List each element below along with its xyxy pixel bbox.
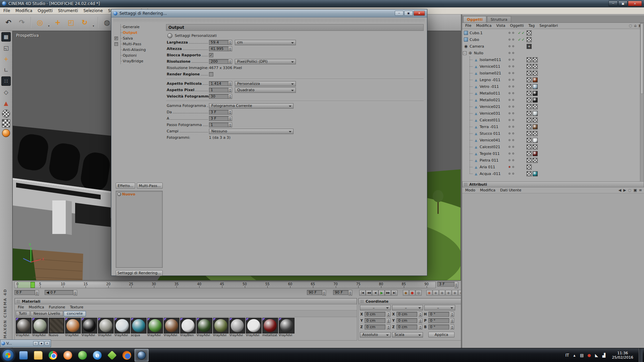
visibility-dot-editor[interactable]	[508, 72, 511, 74]
go-to-end-button[interactable]: ▶|	[391, 290, 397, 296]
coordinate-input[interactable]: 0 cm	[365, 324, 385, 329]
visibility-dot-render[interactable]	[512, 39, 514, 41]
filter-concrete[interactable]: concrete	[64, 311, 86, 316]
material-thumbnail[interactable]	[82, 318, 97, 334]
visibility-dot-render[interactable]	[512, 92, 514, 94]
checker-tag-icon[interactable]	[533, 158, 538, 163]
object-row-metallo011[interactable]: ▲Metallo011	[462, 90, 640, 97]
object-row-calcest011[interactable]: ▲Calcest011	[462, 117, 640, 123]
visibility-dot-render[interactable]	[512, 59, 514, 61]
checker-tag-icon[interactable]	[533, 64, 538, 69]
current-frame-marker[interactable]	[31, 282, 35, 288]
material-thumbnail[interactable]	[32, 318, 48, 334]
material-thumbnail[interactable]	[180, 318, 196, 334]
coordinate-header-combo-0[interactable]: –	[360, 305, 391, 310]
material-thumbnail[interactable]	[164, 318, 179, 334]
texture-mode-icon[interactable]	[2, 110, 10, 118]
mini-window[interactable]: V... ▫▪×	[0, 340, 51, 347]
visibility-dot-render[interactable]	[512, 146, 514, 148]
setting-checkbox[interactable]: ✓	[114, 37, 118, 40]
om-menu-modifica[interactable]: Modifica	[474, 23, 494, 28]
tab-oggetti[interactable]: Oggetti	[463, 16, 486, 22]
material-item-6[interactable]: VrayAdvi	[114, 318, 130, 338]
material-thumbnail[interactable]	[229, 318, 245, 334]
material-item-5[interactable]: VrayAdvi	[98, 318, 114, 338]
dialog-titlebar[interactable]: Settaggi di Rendering... ─ ▣ ×	[111, 9, 427, 17]
back-icon[interactable]: ◀	[619, 188, 621, 192]
attributes-menu-modifica[interactable]: Modifica	[478, 187, 498, 193]
checker-tag-icon[interactable]	[533, 104, 538, 109]
material-item-10[interactable]: VrayBlen	[180, 318, 196, 338]
workplane-icon[interactable]: ∟	[1, 65, 11, 75]
render-setting-item-opzioni[interactable]: Opzioni	[113, 53, 164, 58]
material-item-1[interactable]: VrayAdvi	[32, 318, 48, 338]
field-spinner[interactable]: ▴▾	[73, 290, 77, 296]
last-tool-caret[interactable]: ▾	[92, 16, 95, 29]
taskbar-app-window[interactable]	[16, 349, 31, 362]
ball-tag-icon[interactable]	[533, 124, 538, 129]
checker-tag-icon[interactable]	[533, 118, 538, 123]
attributes-menu-modo[interactable]: Modo	[463, 187, 478, 193]
visibility-dot-editor[interactable]	[508, 45, 511, 47]
material-item-0[interactable]: VrayAdvi	[16, 318, 32, 338]
value-checkbox[interactable]: ✓	[209, 53, 213, 57]
scale-tool-icon[interactable]: ◰	[65, 16, 77, 29]
viewport-layout-icon[interactable]: ▦	[1, 32, 11, 42]
visibility-dot-render[interactable]	[512, 119, 514, 121]
field-spinner[interactable]: ▴▾	[387, 312, 390, 317]
timeline-ruler[interactable]: 051015202530354045505560657075808590	[14, 282, 436, 288]
keyboard-layout-icon[interactable]: ▤	[579, 353, 585, 358]
visibility-dot-editor[interactable]	[508, 126, 511, 128]
search-icon[interactable]: ◌	[629, 23, 632, 28]
attributes-menu-dati-utente[interactable]: Dati Utente	[498, 187, 524, 193]
taskbar-app-chrome[interactable]	[46, 349, 60, 362]
maximize-button[interactable]: ▣	[618, 1, 628, 6]
selection-tool-caret[interactable]: ▾	[47, 16, 51, 29]
object-row-nullo[interactable]: −⊕Nullo	[462, 50, 640, 56]
make-editable-icon[interactable]: ◱	[1, 43, 11, 53]
object-row-vernice021[interactable]: ▲Vernice021	[462, 103, 640, 110]
visibility-dot-render[interactable]	[512, 159, 514, 161]
value-combo[interactable]: Nessuno	[209, 129, 293, 134]
visibility-dot-editor[interactable]	[508, 153, 511, 155]
material-thumbnail[interactable]	[16, 318, 32, 334]
visibility-dot-editor[interactable]	[508, 112, 511, 114]
checker-tag-icon[interactable]	[527, 118, 532, 123]
visibility-dot-editor[interactable]	[508, 32, 511, 34]
field-spinner[interactable]: ▴▾	[228, 59, 232, 64]
value-combo[interactable]: Fotogramma Corrente	[209, 103, 293, 109]
menu-modifica[interactable]: Modifica	[13, 7, 35, 14]
redo-icon[interactable]: ↷	[15, 16, 28, 29]
apply-button[interactable]: Applica	[428, 332, 454, 338]
checker-tag-icon[interactable]	[527, 131, 532, 136]
materials-menu-texture[interactable]: Texture	[67, 304, 86, 310]
coordinate-input[interactable]: 0 cm	[365, 318, 385, 323]
om-menu-file[interactable]: File	[463, 23, 474, 28]
object-row-cubo-1[interactable]: Cubo.1✓✓	[462, 29, 640, 36]
visibility-dot-editor[interactable]	[508, 39, 511, 41]
previous-key-button[interactable]: ◀◀	[366, 290, 372, 296]
material-thumbnail[interactable]	[197, 318, 212, 334]
visibility-dot-render[interactable]	[512, 173, 514, 175]
render-preset-item[interactable]: Nuovo	[116, 191, 162, 197]
visibility-dot-editor[interactable]	[508, 146, 511, 148]
number-input[interactable]: 3 F	[209, 110, 228, 115]
taskbar-clock[interactable]: 11:36 25/02/2016	[609, 351, 636, 360]
frame-input[interactable]: 0 F	[14, 290, 35, 295]
undo-icon[interactable]: ↶	[2, 16, 15, 29]
visibility-dot-editor[interactable]	[508, 52, 511, 54]
checker-tag-icon[interactable]	[527, 124, 532, 129]
visibility-dot-render[interactable]	[512, 65, 514, 67]
attributes-titlebar[interactable]: Attributi	[462, 181, 644, 187]
unit-combo[interactable]: Personalizza	[235, 81, 296, 86]
dialog-maximize-button[interactable]: ▣	[404, 11, 413, 16]
field-spinner[interactable]: ▴▾	[450, 324, 454, 329]
object-row-legno-011[interactable]: ▲Legno -011	[462, 76, 640, 83]
checker-tag-icon[interactable]	[533, 57, 538, 62]
edges-mode-icon[interactable]: ◇	[1, 87, 11, 97]
volume-icon[interactable]: ◣	[594, 353, 599, 358]
checkbox-slot[interactable]: ✓	[113, 37, 119, 40]
visibility-dot-render[interactable]	[512, 126, 514, 128]
ball-tag-icon[interactable]	[533, 91, 538, 96]
frame-input[interactable]: ◀ 0 F	[45, 290, 73, 295]
